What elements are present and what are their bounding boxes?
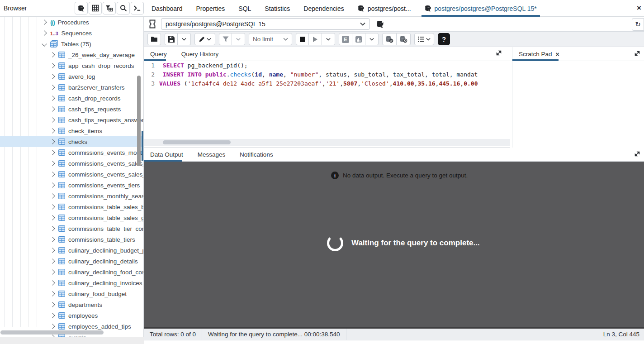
chevron-right-icon[interactable] (50, 237, 55, 242)
sidebar-horizontal-scrollbar[interactable] (0, 330, 104, 334)
rollback-button[interactable] (397, 33, 411, 45)
tab-query-history[interactable]: Query History (175, 47, 225, 61)
chevron-right-icon[interactable] (50, 96, 55, 100)
row-limit-select[interactable]: No limit (249, 33, 292, 45)
editor-line[interactable]: 3VALUES ('1cfa4fc4-de12-4adc-a5f1-25e272… (144, 79, 510, 88)
chevron-right-icon[interactable] (50, 193, 55, 198)
filter-button[interactable] (219, 33, 232, 45)
editor-line[interactable]: 1 SELECT pg_backend_pid(); (144, 61, 510, 70)
chevron-right-icon[interactable] (50, 52, 55, 57)
tree-item-checks[interactable]: checks (0, 136, 144, 147)
tree-item-_26_week_day_average[interactable]: _26_week_day_average (0, 49, 144, 60)
main-tab-2[interactable]: SQL (232, 0, 258, 17)
tree-item-commissions_monthly_seas[interactable]: commissions_monthly_seas (0, 191, 144, 201)
chevron-right-icon[interactable] (50, 106, 55, 111)
tree-item-culinary_declining_budget_p[interactable]: culinary_declining_budget_p (0, 245, 144, 256)
tree-item-procedures[interactable]: {()Procedures (0, 17, 144, 28)
chevron-right-icon[interactable] (50, 226, 55, 231)
tree-item-tables75[interactable]: Tables (75) (0, 38, 144, 49)
chevron-right-icon[interactable] (50, 324, 55, 329)
filtered-rows-button[interactable] (103, 2, 116, 14)
chevron-right-icon[interactable] (50, 128, 55, 133)
tab-scratch-pad[interactable]: Scratch Pad × (512, 47, 566, 61)
execute-button[interactable] (309, 33, 322, 45)
explain-button[interactable]: E (339, 33, 352, 45)
tree-item-cash_tips_requests_answers[interactable]: cash_tips_requests_answers (0, 115, 144, 125)
chevron-right-icon[interactable] (50, 182, 55, 187)
main-tab-6[interactable]: postgres/postgres@PostgreSQL 15* (418, 0, 544, 17)
tree-item-commissions_table_tier_cor[interactable]: commissions_table_tier_cor (0, 223, 144, 234)
tree-item-employees[interactable]: employees (0, 310, 144, 321)
tree-item-culinary_declining_food_cos[interactable]: culinary_declining_food_cos (0, 267, 144, 277)
tree-item-commissions_events_sales_[interactable]: commissions_events_sales_ (0, 169, 144, 180)
close-icon[interactable]: × (637, 4, 641, 13)
tree-item-commissions_events_sales_[interactable]: commissions_events_sales_ (0, 158, 144, 169)
chevron-right-icon[interactable] (50, 172, 55, 177)
tree-item-bar2server_transfers[interactable]: bar2server_transfers (0, 82, 144, 93)
commit-button[interactable] (382, 33, 397, 45)
tree-item-departments[interactable]: departments (0, 299, 144, 310)
tree-item-sequences[interactable]: 1..3Sequences (0, 28, 144, 38)
edit-menu-button[interactable] (194, 33, 215, 45)
reset-layout-button[interactable]: ↻ (632, 18, 644, 31)
tree-item-app_cash_drop_records[interactable]: app_cash_drop_records (0, 60, 144, 71)
chevron-right-icon[interactable] (50, 85, 55, 90)
tree-item-commissions_events_tiers[interactable]: commissions_events_tiers (0, 180, 144, 191)
new-connection-button[interactable] (376, 20, 384, 28)
output-expand-icon[interactable] (634, 151, 640, 157)
chevron-right-icon[interactable] (50, 313, 55, 318)
chevron-right-icon[interactable] (50, 258, 55, 263)
tree-item-avero_log[interactable]: avero_log (0, 71, 144, 82)
tab-messages[interactable]: Messages (191, 148, 232, 162)
save-menu-button[interactable] (178, 33, 191, 45)
tree-item-cash_drop_records[interactable]: cash_drop_records (0, 93, 144, 104)
save-file-button[interactable] (165, 33, 178, 45)
main-tab-3[interactable]: Statistics (258, 0, 297, 17)
connection-select[interactable]: postgres/postgres@PostgreSQL 15 (161, 18, 370, 30)
chevron-right-icon[interactable] (50, 63, 55, 68)
editor-horizontal-scrollbar[interactable] (163, 140, 231, 144)
chevron-down-icon[interactable] (42, 41, 47, 46)
chevron-right-icon[interactable] (50, 269, 55, 274)
chevron-right-icon[interactable] (42, 19, 47, 24)
close-icon[interactable]: × (556, 51, 559, 58)
explain-analyze-button[interactable] (352, 33, 365, 45)
open-file-button[interactable] (147, 33, 161, 45)
tree-item-culinary_declining_details[interactable]: culinary_declining_details (0, 256, 144, 267)
cancel-query-button[interactable] (296, 33, 309, 45)
chevron-right-icon[interactable] (50, 302, 55, 307)
object-menu-button[interactable] (75, 2, 88, 14)
search-objects-button[interactable] (117, 2, 130, 14)
chevron-right-icon[interactable] (50, 74, 55, 79)
tree-item-commissions_table_sales_b[interactable]: commissions_table_sales_b (0, 201, 144, 212)
sidebar-vertical-scrollbar[interactable] (137, 76, 141, 166)
execute-menu-button[interactable] (322, 33, 335, 45)
psql-tool-button[interactable] (131, 2, 144, 14)
chevron-right-icon[interactable] (50, 204, 55, 209)
chevron-right-icon[interactable] (50, 215, 55, 220)
chevron-right-icon[interactable] (50, 248, 55, 253)
tab-notifications[interactable]: Notifications (233, 148, 279, 162)
tree-item-culinary_food_budget[interactable]: culinary_food_budget (0, 288, 144, 299)
chevron-right-icon[interactable] (50, 117, 55, 122)
tree-item-culinary_declining_invoices[interactable]: culinary_declining_invoices (0, 277, 144, 288)
tree-item-check_items[interactable]: check_items (0, 125, 144, 136)
view-data-grid-button[interactable] (89, 2, 102, 14)
scratch-pad-expand-icon[interactable] (634, 50, 640, 57)
tab-data-output[interactable]: Data Output (144, 148, 189, 162)
tab-query[interactable]: Query (144, 47, 173, 61)
explain-menu-button[interactable] (365, 33, 379, 45)
macros-menu-button[interactable] (414, 33, 434, 45)
help-button[interactable]: ? (438, 33, 450, 45)
query-expand-icon[interactable] (496, 50, 502, 56)
editor-line[interactable]: 2 INSERT INTO public.checks(id, name, "n… (144, 70, 510, 79)
chevron-right-icon[interactable] (50, 280, 55, 285)
chevron-right-icon[interactable] (50, 161, 55, 166)
main-tab-4[interactable]: Dependencies (297, 0, 351, 17)
tree-item-commissions_table_sales_g[interactable]: commissions_table_sales_g (0, 212, 144, 223)
main-tab-0[interactable]: Dashboard (145, 0, 189, 17)
chevron-right-icon[interactable] (50, 291, 55, 296)
chevron-right-icon[interactable] (50, 139, 55, 144)
chevron-right-icon[interactable] (50, 150, 55, 155)
tree-item-commissions_events_month[interactable]: commissions_events_month (0, 147, 144, 158)
